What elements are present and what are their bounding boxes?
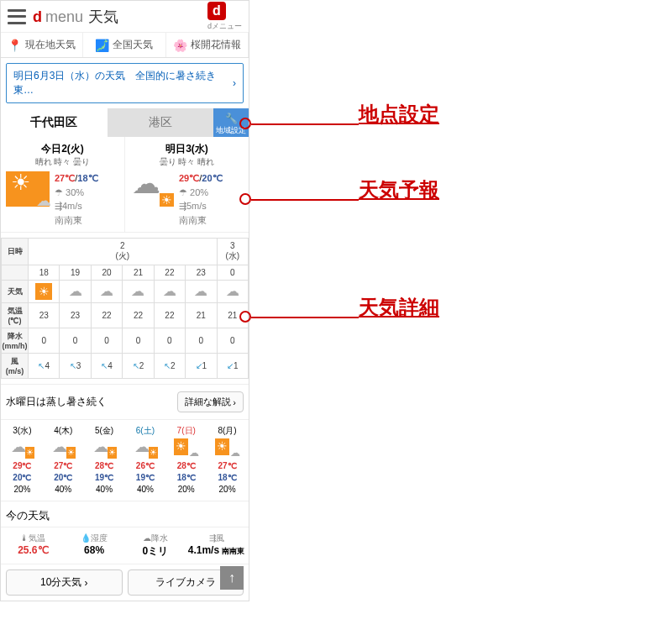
wind-arrow-icon: ↖ bbox=[133, 361, 139, 370]
cloud-icon: ☁ bbox=[67, 283, 84, 300]
annotation-panel: 地点設定 天気予報 天気詳細 bbox=[249, 0, 672, 601]
hour-cell: 0 bbox=[217, 265, 248, 281]
row-temp: 気温 (℃) 23232222222121 bbox=[2, 303, 249, 328]
today-pop: 30% bbox=[66, 187, 84, 197]
tab-sakura[interactable]: 🌸桜開花情報 bbox=[166, 33, 249, 57]
week-pop: 40% bbox=[85, 484, 124, 496]
wind-arrow-icon: ↖ bbox=[70, 361, 76, 370]
hourly-table: 日時 2 (火) 3 (水) 1819202122230 天気 ☀ ☁☁☁☁☁☁… bbox=[1, 238, 249, 379]
ten-minute-label: 10分天気 bbox=[40, 575, 81, 590]
week-hi: 28℃ bbox=[166, 460, 206, 472]
location-tab-minato[interactable]: 港区 bbox=[108, 108, 214, 137]
rain-cell: 0 bbox=[60, 328, 91, 354]
temp-cell: 21 bbox=[186, 303, 217, 328]
tomorrow-pop: 20% bbox=[190, 187, 208, 197]
rain-cell: 0 bbox=[29, 328, 60, 354]
tomorrow-card[interactable]: 明日3(水) 曇り 時々 晴れ 29℃/20℃ ☂ 20% ⇶5m/s南南東 bbox=[125, 137, 249, 232]
annotation-detail: 天気詳細 bbox=[359, 294, 672, 321]
week-hi: 27℃ bbox=[207, 460, 247, 472]
week-day[interactable]: 3(水) 29℃ 20℃ 20% bbox=[3, 425, 42, 496]
tomorrow-lo: 20℃ bbox=[202, 173, 222, 183]
hour-cell: 21 bbox=[123, 265, 154, 281]
detail-btn-label: 詳細な解説 bbox=[185, 396, 231, 408]
wind-arrow-icon: ↙ bbox=[227, 361, 234, 370]
week-date: 7(日) bbox=[166, 425, 206, 437]
weather-icon bbox=[174, 438, 199, 459]
wrench-icon: 🔧 bbox=[225, 113, 238, 124]
logo-weather: 天気 bbox=[88, 7, 118, 27]
today-dir: 南南東 bbox=[55, 215, 82, 225]
rain-cell: 0 bbox=[217, 328, 248, 354]
bottom-buttons: 10分天気 › ライブカメラ ↑ bbox=[1, 564, 249, 601]
app-header: dmenu 天気 d dメニュー bbox=[1, 1, 249, 33]
tomorrow-hi: 29℃ bbox=[179, 173, 199, 183]
sun-icon: ☀ bbox=[35, 283, 52, 300]
week-date: 8(月) bbox=[207, 425, 247, 437]
now-rain-val: 0ミリ bbox=[125, 544, 186, 559]
week-pop: 20% bbox=[166, 484, 206, 496]
temp-cell: 23 bbox=[29, 303, 60, 328]
week-day[interactable]: 7(日) 28℃ 18℃ 20% bbox=[166, 425, 206, 496]
current-weather-title: 今の天気 bbox=[1, 501, 249, 527]
rain-cell: 0 bbox=[186, 328, 217, 354]
ten-minute-button[interactable]: 10分天気 › bbox=[6, 569, 123, 596]
summary-text: 水曜日は蒸し暑さ続く bbox=[6, 395, 107, 409]
app-logo: dmenu 天気 bbox=[33, 7, 118, 27]
week-day[interactable]: 6(土) 26℃ 19℃ 40% bbox=[125, 425, 165, 496]
date-cell: 3 (水) bbox=[217, 239, 248, 265]
row-date: 日時 2 (火) 3 (水) bbox=[2, 239, 249, 265]
today-hi: 27℃ bbox=[55, 173, 75, 183]
detail-commentary-button[interactable]: 詳細な解説 › bbox=[177, 391, 244, 412]
temp-cell: 23 bbox=[60, 303, 91, 328]
current-weather-strip: 🌡気温25.6℃ 💧湿度68% ☁降水0ミリ ⇶風4.1m/s 南南東 bbox=[1, 527, 249, 564]
row-rain: 降水 (mm/h) 0000000 bbox=[2, 328, 249, 354]
wind-cell: 1 bbox=[202, 361, 207, 370]
chevron-right-icon: › bbox=[233, 397, 236, 407]
tab-label: 桜開花情報 bbox=[191, 38, 241, 52]
now-temp-label: 気温 bbox=[29, 533, 45, 543]
now-wind-dir: 南南東 bbox=[222, 547, 244, 555]
week-date: 5(金) bbox=[85, 425, 124, 437]
temp-cell: 22 bbox=[91, 303, 122, 328]
dmenu-badge[interactable]: d dメニュー bbox=[207, 2, 242, 32]
cloud-icon: ☁ bbox=[98, 283, 115, 300]
hour-cell: 20 bbox=[91, 265, 122, 281]
week-pop: 40% bbox=[125, 484, 165, 496]
tomorrow-dir: 南南東 bbox=[179, 215, 207, 225]
rain-cell: 0 bbox=[154, 328, 185, 354]
weather-icon bbox=[92, 438, 117, 459]
week-hi: 28℃ bbox=[85, 460, 124, 472]
tomorrow-wind: 5m/s bbox=[186, 201, 207, 211]
news-banner[interactable]: 明日6月3日（水）の天気 全国的に暑さ続き東… › bbox=[6, 63, 244, 103]
week-day[interactable]: 5(金) 28℃ 19℃ 40% bbox=[85, 425, 124, 496]
tab-current-location[interactable]: 📍現在地天気 bbox=[1, 33, 83, 57]
week-date: 6(土) bbox=[125, 425, 165, 437]
wind-arrow-icon: ↙ bbox=[196, 361, 202, 370]
logo-menu: menu bbox=[45, 8, 83, 26]
annotation-location-setting: 地点設定 bbox=[359, 101, 672, 128]
location-tab-chiyoda[interactable]: 千代田区 bbox=[1, 108, 108, 137]
week-lo: 19℃ bbox=[85, 472, 124, 484]
today-card[interactable]: 今日2(火) 晴れ 時々 曇り 27℃/18℃ ☂ 30% ⇶4m/s南南東 bbox=[1, 137, 125, 232]
chevron-right-icon: › bbox=[84, 577, 87, 589]
temp-cell: 22 bbox=[123, 303, 154, 328]
rowlabel-rain: 降水 (mm/h) bbox=[2, 328, 29, 354]
menu-icon[interactable] bbox=[8, 9, 26, 24]
dmenu-badge-icon: d bbox=[207, 2, 226, 20]
date-cell: 2 (火) bbox=[29, 239, 218, 265]
cloud-icon: ☁ bbox=[161, 283, 178, 300]
now-temp: 🌡気温25.6℃ bbox=[3, 533, 64, 559]
scroll-top-button[interactable]: ↑ bbox=[220, 566, 244, 590]
weather-icon bbox=[50, 438, 76, 459]
wind-cell: 2 bbox=[139, 361, 144, 370]
now-rain: ☁降水0ミリ bbox=[125, 533, 186, 559]
wind-arrow-icon: ↖ bbox=[164, 361, 171, 370]
tomorrow-stats: 29℃/20℃ ☂ 20% ⇶5m/s南南東 bbox=[179, 171, 244, 227]
week-day[interactable]: 8(月) 27℃ 18℃ 20% bbox=[207, 425, 247, 496]
callout-line bbox=[251, 199, 359, 201]
row-hours: 1819202122230 bbox=[2, 265, 249, 281]
week-pop: 20% bbox=[207, 484, 247, 496]
week-day[interactable]: 4(木) 27℃ 20℃ 40% bbox=[44, 425, 83, 496]
tab-national[interactable]: 🗾全国天気 bbox=[83, 33, 165, 57]
hour-cell: 23 bbox=[186, 265, 217, 281]
